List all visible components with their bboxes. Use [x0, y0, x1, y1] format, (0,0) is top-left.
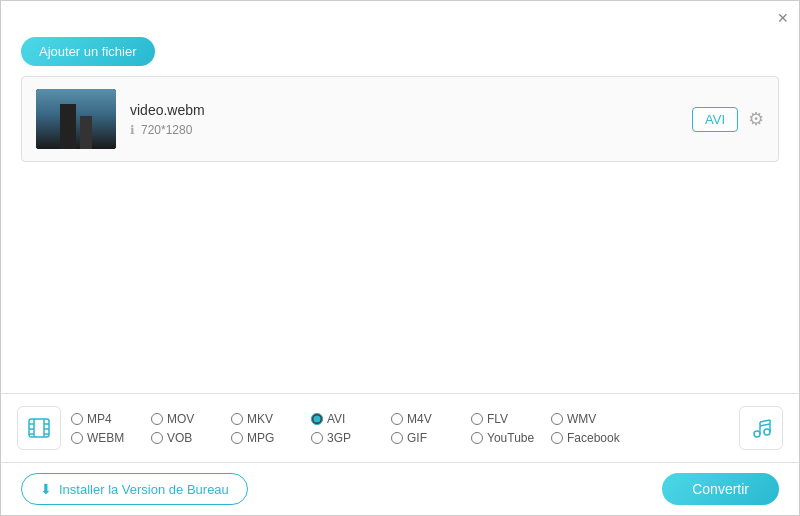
format-options-container: MP4 MOV MKV AVI M4V — [71, 412, 729, 445]
action-bar: ⬇ Installer la Version de Bureau Convert… — [1, 462, 799, 515]
format-option-3gp[interactable]: 3GP — [311, 431, 391, 445]
format-radio-m4v[interactable] — [391, 413, 403, 425]
format-radio-gif[interactable] — [391, 432, 403, 444]
format-option-mkv[interactable]: MKV — [231, 412, 311, 426]
file-resolution: 720*1280 — [141, 123, 192, 137]
format-label-wmv: WMV — [567, 412, 596, 426]
format-radio-flv[interactable] — [471, 413, 483, 425]
title-bar: ✕ — [1, 1, 799, 29]
format-option-youtube[interactable]: YouTube — [471, 431, 551, 445]
format-label-flv: FLV — [487, 412, 508, 426]
format-label-webm: WEBM — [87, 431, 124, 445]
format-option-webm[interactable]: WEBM — [71, 431, 151, 445]
format-option-mov[interactable]: MOV — [151, 412, 231, 426]
format-radio-3gp[interactable] — [311, 432, 323, 444]
format-option-avi[interactable]: AVI — [311, 412, 391, 426]
file-list: video.webm ℹ 720*1280 AVI ⚙ — [21, 76, 779, 162]
settings-button[interactable]: ⚙ — [748, 108, 764, 130]
format-radio-mov[interactable] — [151, 413, 163, 425]
convert-button[interactable]: Convertir — [662, 473, 779, 505]
format-label-3gp: 3GP — [327, 431, 351, 445]
format-label-mkv: MKV — [247, 412, 273, 426]
format-label-vob: VOB — [167, 431, 192, 445]
format-label-mp4: MP4 — [87, 412, 112, 426]
download-icon: ⬇ — [40, 481, 52, 497]
svg-line-14 — [760, 424, 770, 426]
close-button[interactable]: ✕ — [777, 7, 789, 29]
format-row-2: WEBM VOB MPG 3GP GIF — [71, 431, 729, 445]
format-option-facebook[interactable]: Facebook — [551, 431, 631, 445]
file-actions: AVI ⚙ — [692, 107, 764, 132]
film-icon-button[interactable] — [17, 406, 61, 450]
svg-line-12 — [760, 420, 770, 422]
svg-point-10 — [764, 429, 770, 435]
format-label-gif: GIF — [407, 431, 427, 445]
main-content-area — [1, 162, 799, 422]
svg-point-9 — [754, 431, 760, 437]
install-label: Installer la Version de Bureau — [59, 482, 229, 497]
install-button[interactable]: ⬇ Installer la Version de Bureau — [21, 473, 248, 505]
add-file-button[interactable]: Ajouter un fichier — [21, 37, 155, 66]
format-radio-facebook[interactable] — [551, 432, 563, 444]
format-radio-mpg[interactable] — [231, 432, 243, 444]
format-radio-vob[interactable] — [151, 432, 163, 444]
format-label-mov: MOV — [167, 412, 194, 426]
format-option-gif[interactable]: GIF — [391, 431, 471, 445]
file-meta: ℹ 720*1280 — [130, 123, 678, 137]
format-label-facebook: Facebook — [567, 431, 620, 445]
info-icon: ℹ — [130, 123, 135, 137]
format-option-mp4[interactable]: MP4 — [71, 412, 151, 426]
file-thumbnail — [36, 89, 116, 149]
format-radio-youtube[interactable] — [471, 432, 483, 444]
format-label-avi: AVI — [327, 412, 345, 426]
format-selector: MP4 MOV MKV AVI M4V — [1, 393, 799, 462]
format-radio-webm[interactable] — [71, 432, 83, 444]
thumbnail-image — [36, 89, 116, 149]
format-radio-wmv[interactable] — [551, 413, 563, 425]
format-option-flv[interactable]: FLV — [471, 412, 551, 426]
format-row-1: MP4 MOV MKV AVI M4V — [71, 412, 729, 426]
format-label-youtube: YouTube — [487, 431, 534, 445]
format-option-vob[interactable]: VOB — [151, 431, 231, 445]
header: Ajouter un fichier — [1, 29, 799, 76]
file-name: video.webm — [130, 102, 678, 118]
format-label-mpg: MPG — [247, 431, 274, 445]
music-icon-button[interactable] — [739, 406, 783, 450]
format-option-mpg[interactable]: MPG — [231, 431, 311, 445]
format-radio-avi[interactable] — [311, 413, 323, 425]
format-option-wmv[interactable]: WMV — [551, 412, 631, 426]
file-info: video.webm ℹ 720*1280 — [130, 102, 678, 137]
file-item: video.webm ℹ 720*1280 AVI ⚙ — [22, 77, 778, 161]
format-label-m4v: M4V — [407, 412, 432, 426]
format-badge-button[interactable]: AVI — [692, 107, 738, 132]
format-radio-mkv[interactable] — [231, 413, 243, 425]
format-radio-mp4[interactable] — [71, 413, 83, 425]
format-option-m4v[interactable]: M4V — [391, 412, 471, 426]
bottom-section: MP4 MOV MKV AVI M4V — [1, 393, 799, 515]
